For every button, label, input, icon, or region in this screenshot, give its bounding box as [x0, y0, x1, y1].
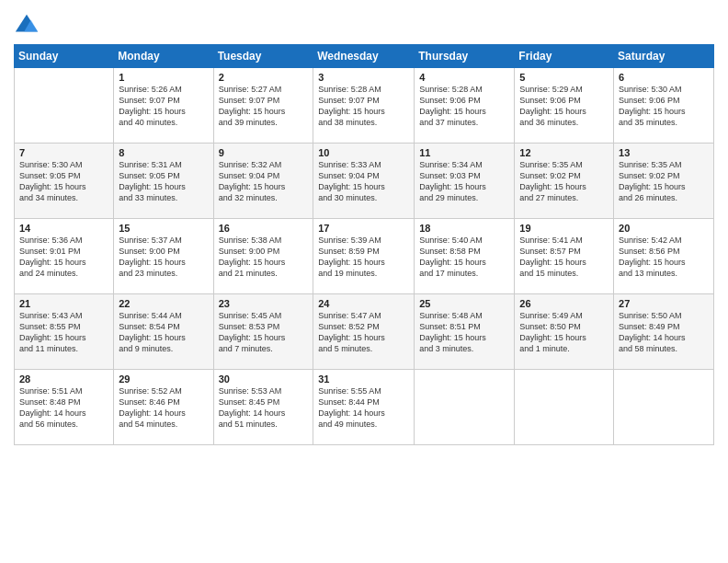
- calendar-row-3: 21Sunrise: 5:43 AM Sunset: 8:55 PM Dayli…: [15, 294, 714, 370]
- day-number: 14: [19, 223, 108, 234]
- cell-sun-info: Sunrise: 5:42 AM Sunset: 8:56 PM Dayligh…: [619, 235, 709, 280]
- day-number: 30: [219, 373, 309, 385]
- calendar-cell: 31Sunrise: 5:55 AM Sunset: 8:44 PM Dayli…: [313, 370, 415, 445]
- cell-sun-info: Sunrise: 5:29 AM Sunset: 9:06 PM Dayligh…: [519, 84, 609, 129]
- day-number: 31: [318, 373, 409, 385]
- calendar-cell: 12Sunrise: 5:35 AM Sunset: 9:02 PM Dayli…: [515, 144, 614, 219]
- calendar-row-1: 7Sunrise: 5:30 AM Sunset: 9:05 PM Daylig…: [15, 144, 714, 219]
- calendar-header-tuesday: Tuesday: [213, 45, 313, 68]
- page: SundayMondayTuesdayWednesdayThursdayFrid…: [0, 0, 728, 563]
- cell-sun-info: Sunrise: 5:51 AM Sunset: 8:48 PM Dayligh…: [19, 385, 108, 431]
- calendar-cell: 10Sunrise: 5:33 AM Sunset: 9:04 PM Dayli…: [313, 144, 415, 219]
- cell-sun-info: Sunrise: 5:34 AM Sunset: 9:03 PM Dayligh…: [419, 159, 509, 204]
- day-number: 29: [119, 373, 208, 385]
- calendar-cell: 20Sunrise: 5:42 AM Sunset: 8:56 PM Dayli…: [614, 219, 714, 294]
- cell-sun-info: Sunrise: 5:41 AM Sunset: 8:57 PM Dayligh…: [519, 235, 609, 280]
- day-number: 7: [19, 147, 108, 158]
- calendar-cell: [15, 68, 114, 144]
- calendar-row-2: 14Sunrise: 5:36 AM Sunset: 9:01 PM Dayli…: [15, 219, 714, 294]
- cell-sun-info: Sunrise: 5:32 AM Sunset: 9:04 PM Dayligh…: [219, 159, 309, 204]
- calendar-header-row: SundayMondayTuesdayWednesdayThursdayFrid…: [15, 45, 714, 68]
- cell-sun-info: Sunrise: 5:31 AM Sunset: 9:05 PM Dayligh…: [119, 159, 208, 204]
- day-number: 17: [318, 223, 409, 234]
- day-number: 24: [318, 298, 409, 309]
- cell-sun-info: Sunrise: 5:40 AM Sunset: 8:58 PM Dayligh…: [419, 235, 509, 280]
- calendar-cell: 2Sunrise: 5:27 AM Sunset: 9:07 PM Daylig…: [213, 68, 313, 144]
- calendar-cell: 14Sunrise: 5:36 AM Sunset: 9:01 PM Dayli…: [15, 219, 114, 294]
- cell-sun-info: Sunrise: 5:50 AM Sunset: 8:49 PM Dayligh…: [619, 310, 709, 355]
- cell-sun-info: Sunrise: 5:35 AM Sunset: 9:02 PM Dayligh…: [619, 159, 709, 204]
- calendar-header-friday: Friday: [515, 45, 614, 68]
- calendar-cell: 22Sunrise: 5:44 AM Sunset: 8:54 PM Dayli…: [114, 294, 213, 370]
- calendar-cell: 3Sunrise: 5:28 AM Sunset: 9:07 PM Daylig…: [313, 68, 415, 144]
- calendar-cell: 26Sunrise: 5:49 AM Sunset: 8:50 PM Dayli…: [515, 294, 614, 370]
- day-number: 16: [219, 223, 309, 234]
- cell-sun-info: Sunrise: 5:27 AM Sunset: 9:07 PM Dayligh…: [219, 84, 309, 129]
- calendar-cell: 7Sunrise: 5:30 AM Sunset: 9:05 PM Daylig…: [15, 144, 114, 219]
- calendar-cell: 15Sunrise: 5:37 AM Sunset: 9:00 PM Dayli…: [114, 219, 213, 294]
- day-number: 26: [519, 298, 609, 309]
- calendar-table: SundayMondayTuesdayWednesdayThursdayFrid…: [14, 44, 714, 445]
- calendar-cell: 5Sunrise: 5:29 AM Sunset: 9:06 PM Daylig…: [515, 68, 614, 144]
- cell-sun-info: Sunrise: 5:55 AM Sunset: 8:44 PM Dayligh…: [318, 385, 409, 431]
- header: [14, 9, 714, 39]
- day-number: 19: [519, 223, 609, 234]
- calendar-cell: 9Sunrise: 5:32 AM Sunset: 9:04 PM Daylig…: [213, 144, 313, 219]
- cell-sun-info: Sunrise: 5:48 AM Sunset: 8:51 PM Dayligh…: [419, 310, 509, 355]
- calendar-cell: 17Sunrise: 5:39 AM Sunset: 8:59 PM Dayli…: [313, 219, 415, 294]
- calendar-cell: 24Sunrise: 5:47 AM Sunset: 8:52 PM Dayli…: [313, 294, 415, 370]
- cell-sun-info: Sunrise: 5:38 AM Sunset: 9:00 PM Dayligh…: [219, 235, 309, 280]
- cell-sun-info: Sunrise: 5:43 AM Sunset: 8:55 PM Dayligh…: [19, 310, 108, 355]
- cell-sun-info: Sunrise: 5:53 AM Sunset: 8:45 PM Dayligh…: [219, 385, 309, 431]
- cell-sun-info: Sunrise: 5:30 AM Sunset: 9:05 PM Dayligh…: [19, 159, 108, 204]
- day-number: 18: [419, 223, 509, 234]
- day-number: 13: [619, 147, 709, 158]
- cell-sun-info: Sunrise: 5:30 AM Sunset: 9:06 PM Dayligh…: [619, 84, 709, 129]
- day-number: 20: [619, 223, 709, 234]
- calendar-cell: 8Sunrise: 5:31 AM Sunset: 9:05 PM Daylig…: [114, 144, 213, 219]
- cell-sun-info: Sunrise: 5:35 AM Sunset: 9:02 PM Dayligh…: [519, 159, 609, 204]
- calendar-cell: 29Sunrise: 5:52 AM Sunset: 8:46 PM Dayli…: [114, 370, 213, 445]
- day-number: 22: [119, 298, 208, 309]
- day-number: 2: [219, 72, 309, 83]
- cell-sun-info: Sunrise: 5:36 AM Sunset: 9:01 PM Dayligh…: [19, 235, 108, 280]
- logo: [14, 13, 42, 39]
- calendar-cell: 19Sunrise: 5:41 AM Sunset: 8:57 PM Dayli…: [515, 219, 614, 294]
- cell-sun-info: Sunrise: 5:28 AM Sunset: 9:07 PM Dayligh…: [318, 84, 409, 129]
- logo-icon: [14, 13, 40, 39]
- calendar-cell: 16Sunrise: 5:38 AM Sunset: 9:00 PM Dayli…: [213, 219, 313, 294]
- calendar-cell: 13Sunrise: 5:35 AM Sunset: 9:02 PM Dayli…: [614, 144, 714, 219]
- calendar-header-wednesday: Wednesday: [313, 45, 415, 68]
- day-number: 12: [519, 147, 609, 158]
- cell-sun-info: Sunrise: 5:33 AM Sunset: 9:04 PM Dayligh…: [318, 159, 409, 204]
- cell-sun-info: Sunrise: 5:28 AM Sunset: 9:06 PM Dayligh…: [419, 84, 509, 129]
- day-number: 11: [419, 147, 509, 158]
- day-number: 3: [318, 72, 409, 83]
- calendar-cell: 21Sunrise: 5:43 AM Sunset: 8:55 PM Dayli…: [15, 294, 114, 370]
- cell-sun-info: Sunrise: 5:39 AM Sunset: 8:59 PM Dayligh…: [318, 235, 409, 280]
- calendar-header-saturday: Saturday: [614, 45, 714, 68]
- day-number: 6: [619, 72, 709, 83]
- day-number: 25: [419, 298, 509, 309]
- calendar-cell: [515, 370, 614, 445]
- day-number: 15: [119, 223, 208, 234]
- day-number: 5: [519, 72, 609, 83]
- calendar-row-0: 1Sunrise: 5:26 AM Sunset: 9:07 PM Daylig…: [15, 68, 714, 144]
- day-number: 10: [318, 147, 409, 158]
- calendar-row-4: 28Sunrise: 5:51 AM Sunset: 8:48 PM Dayli…: [15, 370, 714, 445]
- calendar-header-monday: Monday: [114, 45, 213, 68]
- day-number: 28: [19, 373, 108, 385]
- day-number: 27: [619, 298, 709, 309]
- cell-sun-info: Sunrise: 5:45 AM Sunset: 8:53 PM Dayligh…: [219, 310, 309, 355]
- calendar-header-thursday: Thursday: [415, 45, 515, 68]
- day-number: 8: [119, 147, 208, 158]
- calendar-cell: [614, 370, 714, 445]
- calendar-cell: 28Sunrise: 5:51 AM Sunset: 8:48 PM Dayli…: [15, 370, 114, 445]
- day-number: 4: [419, 72, 509, 83]
- calendar-cell: 6Sunrise: 5:30 AM Sunset: 9:06 PM Daylig…: [614, 68, 714, 144]
- calendar-cell: 23Sunrise: 5:45 AM Sunset: 8:53 PM Dayli…: [213, 294, 313, 370]
- cell-sun-info: Sunrise: 5:49 AM Sunset: 8:50 PM Dayligh…: [519, 310, 609, 355]
- calendar-cell: 1Sunrise: 5:26 AM Sunset: 9:07 PM Daylig…: [114, 68, 213, 144]
- cell-sun-info: Sunrise: 5:44 AM Sunset: 8:54 PM Dayligh…: [119, 310, 208, 355]
- calendar-cell: [415, 370, 515, 445]
